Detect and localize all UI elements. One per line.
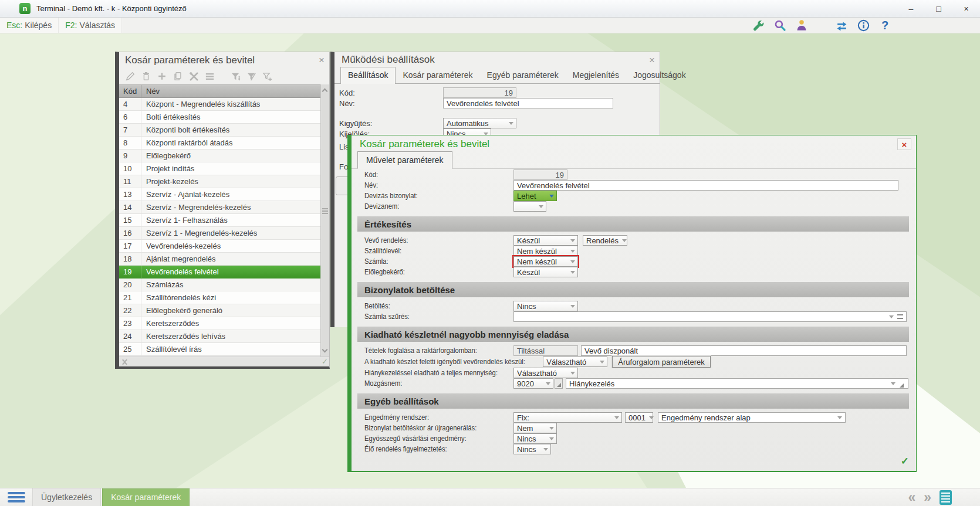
scroll-down-icon[interactable]	[322, 347, 328, 353]
table-row[interactable]: 4Központ - Megrendelés kiszállítás	[119, 98, 320, 111]
table-row[interactable]: 20Számlázás	[119, 279, 320, 291]
add-icon[interactable]	[156, 70, 168, 82]
table-row[interactable]: 6Bolti értékesítés	[119, 111, 320, 124]
apps-grid-icon[interactable]	[816, 20, 827, 30]
mozgasnem-name-field[interactable]: Hiánykezelés	[566, 378, 908, 389]
vevo-rendeles-select[interactable]: Készül	[513, 235, 578, 246]
corner-check-icon[interactable]: ✓	[322, 357, 328, 366]
tab-jogosultsagok[interactable]: Jogosultságok	[626, 67, 693, 83]
search-icon[interactable]	[773, 18, 787, 32]
menu-item-valasztas[interactable]: F2: Választás	[59, 18, 122, 33]
table-row[interactable]: 11Projekt-kezelés	[119, 175, 320, 188]
table-row[interactable]: 18Ajánlat megrendelés	[119, 253, 320, 266]
szamla-select-highlighted[interactable]: Nem készül	[513, 256, 578, 267]
select-value: Nincs	[517, 302, 536, 311]
copy-icon[interactable]	[172, 70, 184, 82]
table-row[interactable]: 16Szervíz 1 - Megrendelés-kezelés	[119, 227, 320, 240]
betoltes-select[interactable]: Nincs	[513, 301, 578, 311]
document-list-icon[interactable]	[940, 490, 952, 505]
table-row[interactable]: 17Vevőrendelés-kezelés	[119, 240, 320, 253]
nev-field[interactable]: Vevőrendelés felvétel	[513, 180, 898, 191]
devizas-bizonylat-select[interactable]: Lehet	[513, 191, 557, 201]
scroll-up-icon[interactable]	[322, 89, 328, 94]
table-row[interactable]: 22Előlegbekérő generáló	[119, 304, 320, 317]
table-row[interactable]: 24Keretszerződés lehívás	[119, 330, 320, 343]
table-row[interactable]: 9Előlegbekérő	[119, 150, 320, 162]
ar-ujrageneralas-select[interactable]: Nem	[513, 423, 557, 433]
minimize-button[interactable]: –	[897, 0, 925, 18]
elolegbekero-select[interactable]: Készül	[513, 267, 578, 277]
wrench-icon[interactable]	[751, 18, 765, 32]
szallitolevel-select[interactable]: Nem készül	[513, 246, 578, 256]
chevron-down-icon	[570, 271, 575, 274]
filter-clear-icon[interactable]	[245, 70, 257, 82]
close-icon[interactable]: ×	[649, 55, 655, 65]
table-row[interactable]: 14Szervíz - Megrendelés-kezelés	[119, 201, 320, 214]
vevo-rendeles-tipus-select[interactable]: Rendelés	[583, 235, 627, 246]
table-row-selected[interactable]: 19Vevőrendelés felvétel	[119, 266, 320, 279]
table-row[interactable]: 13Szervíz - Ajánlat-kezelés	[119, 188, 320, 201]
info-icon[interactable]	[856, 18, 870, 32]
select-value: Nem készül	[517, 257, 557, 266]
edit-icon[interactable]	[124, 70, 136, 82]
egyosszegu-select[interactable]: Nincs	[513, 433, 557, 444]
table-row[interactable]: 7Központi bolt értékesítés	[119, 124, 320, 137]
tab-muvelet-parameterek[interactable]: Művelet paraméterek	[357, 151, 452, 169]
mozgasnem-lookup-button[interactable]	[555, 378, 563, 389]
tab-egyeb-parameterek[interactable]: Egyéb paraméterek	[480, 67, 566, 83]
szamla-szures-field[interactable]	[513, 311, 907, 322]
table-row[interactable]: 10Projekt indítás	[119, 162, 320, 175]
tab-beallitasok[interactable]: Beállítások	[340, 67, 396, 84]
engedmeny-nev-field[interactable]: Engedmény rendszer alap	[658, 412, 846, 423]
scrollbar-grip[interactable]	[322, 207, 328, 215]
hianykezeles-select[interactable]: Választható	[513, 368, 578, 378]
dialog-close-button[interactable]: ×	[897, 138, 911, 150]
table-row[interactable]: 8Központi raktárból átadás	[119, 137, 320, 150]
igeny-select[interactable]: Választható	[543, 356, 607, 367]
elo-rendeles-select[interactable]: Nincs	[513, 444, 551, 454]
help-icon[interactable]: ?	[878, 18, 892, 32]
chevron-down-icon	[570, 305, 575, 308]
close-button[interactable]: ×	[952, 0, 980, 18]
confirm-check-icon[interactable]: ✓	[901, 455, 909, 467]
filter-icon[interactable]	[229, 70, 241, 82]
engedmeny-rendszer-select[interactable]: Fix:	[513, 412, 622, 423]
select-value: 9020	[517, 379, 534, 388]
filter-add-icon[interactable]	[261, 70, 273, 82]
devizanem-select[interactable]	[513, 201, 546, 212]
szamla-label: Számla:	[364, 257, 499, 266]
aruforgalom-parameterek-button[interactable]: Áruforgalom paraméterek	[612, 356, 710, 368]
nev-field[interactable]: Vevőrendelés felvétel	[443, 98, 613, 108]
table-row[interactable]: 25Szállítólevél írás	[119, 343, 320, 356]
foglalas-mod-field[interactable]: Vevő diszponált	[581, 345, 907, 356]
filter-equals-icon[interactable]	[897, 314, 903, 319]
engedmeny-kod-select[interactable]: 0001	[625, 412, 653, 423]
delete-icon[interactable]	[140, 70, 152, 82]
page-prev-icon[interactable]: «	[908, 491, 915, 504]
select-value: 0001	[628, 413, 646, 422]
maximize-button[interactable]: □	[925, 0, 952, 18]
kigyujtes-select[interactable]: Automatikus	[443, 118, 516, 128]
transfer-arrows-icon[interactable]	[834, 18, 849, 32]
vertical-scrollbar[interactable]	[320, 84, 329, 356]
kod-field: 19	[513, 169, 567, 180]
page-next-icon[interactable]: »	[924, 491, 931, 504]
user-icon[interactable]	[795, 18, 809, 32]
table-row[interactable]: 15Szervíz 1- Felhasználás	[119, 214, 320, 227]
tab-megjelenites[interactable]: Megjelenítés	[566, 67, 626, 83]
mozgasnem-code-select[interactable]: 9020	[513, 378, 553, 389]
taskbar-tab-kosar-parameterek[interactable]: Kosár paraméterek	[102, 488, 190, 506]
table-row[interactable]: 23Keretszerződés	[119, 317, 320, 330]
nev-label: Név:	[339, 99, 443, 108]
hamburger-menu-icon[interactable]	[8, 491, 25, 503]
horizontal-scrollbar[interactable]: ✓	[119, 356, 329, 366]
table-row[interactable]: 21Szállítórendelés kézi	[119, 291, 320, 304]
taskbar-tab-ugyletkezeles[interactable]: Ügyletkezelés	[32, 488, 101, 506]
menu-icon[interactable]	[204, 70, 215, 82]
column-header-kod[interactable]: Kód	[119, 85, 141, 97]
menu-item-kilepes[interactable]: Esc: Kilépés	[0, 18, 59, 33]
close-icon[interactable]: ×	[319, 55, 325, 65]
tab-kosar-parameterek[interactable]: Kosár paraméterek	[396, 67, 479, 83]
tools-icon[interactable]	[188, 70, 200, 82]
column-header-nev[interactable]: Név	[141, 87, 320, 96]
